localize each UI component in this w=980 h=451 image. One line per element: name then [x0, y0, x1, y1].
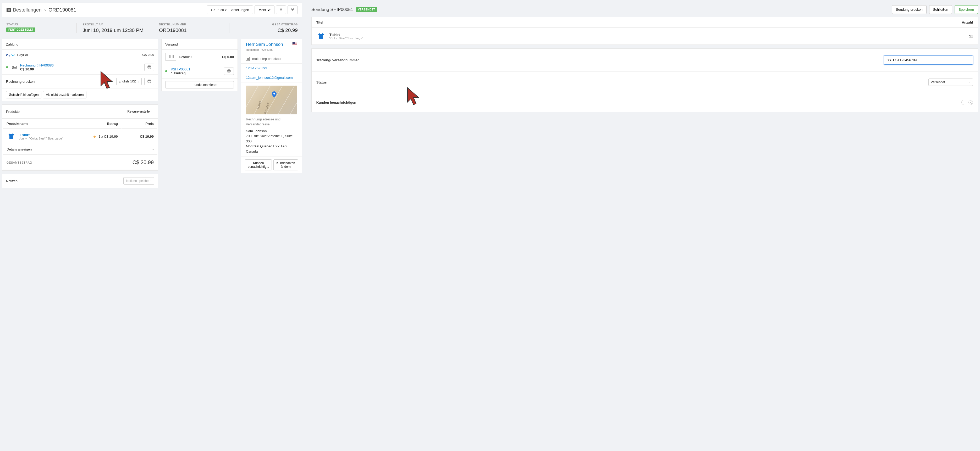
address-line1: 700 Rue Saint Antoine E, Suite 300: [246, 133, 297, 144]
print-shipment-button[interactable]: [224, 68, 234, 75]
edit-customer-button[interactable]: Kundendaten ändern: [274, 159, 298, 170]
product-row[interactable]: T-shirt Jonny · "Color: Blue","Size: Lar…: [3, 129, 158, 144]
shipment-entries: 1 Eintrag: [171, 71, 221, 75]
mark-shipped-label: endet markieren: [194, 83, 217, 87]
checkout-type: multi-step checkout: [252, 57, 282, 61]
tshirt-icon: [317, 32, 326, 41]
notes-card: Notizen Notizen speichern: [2, 174, 158, 188]
notes-title: Notizen: [6, 179, 18, 183]
paypal-icon: PayPal: [6, 53, 14, 57]
shipping-title: Versand: [165, 43, 178, 46]
details-label: Details anzeigen: [6, 148, 32, 151]
page-header: ▤ Bestellungen › ORD190081 ‹ Zurück zu B…: [2, 3, 302, 17]
customer-registered: Registriert · #254255: [246, 48, 283, 51]
svg-rect-1: [148, 66, 150, 67]
address-name: Sam Johnson: [246, 129, 297, 134]
products-title: Produkte: [6, 110, 20, 114]
shipping-profile: Default9: [179, 55, 191, 59]
created-value: Juni 10, 2019 um 12:30 PM: [83, 27, 145, 33]
customer-email[interactable]: 12sam_johnson12@gmail.com: [246, 76, 293, 79]
breadcrumb-current: ORD190081: [48, 7, 76, 13]
chevron-left-icon: ‹: [211, 8, 212, 12]
payment-card: Zahlung PayPal PayPal C$ 0.00 Soll Rechn…: [2, 39, 158, 101]
shipment-fields-card: Tracking/ Versandnummer Status Versendet…: [312, 48, 978, 112]
svg-rect-4: [148, 80, 150, 81]
mark-shipped-button[interactable]: Als versendet markieren: [165, 81, 234, 89]
svg-point-9: [274, 93, 275, 94]
shipment-panel-header: Sendung SHIP00051 VERSENDET Sendung druc…: [312, 0, 978, 17]
products-total-label: GESAMTBETRAG: [3, 155, 82, 170]
tracking-input[interactable]: [884, 56, 973, 65]
next-order-button[interactable]: [288, 5, 298, 14]
customer-phone[interactable]: 123-123-0393: [246, 66, 267, 70]
save-notes-button[interactable]: Notizen speichern: [123, 177, 154, 184]
ship-col-title: Titel: [317, 21, 323, 24]
breadcrumb: Bestellungen › ORD190081: [13, 7, 76, 13]
orders-icon: ▤: [6, 8, 11, 12]
add-credit-button[interactable]: Gutschrift hinzufügen: [6, 91, 41, 98]
print-invoice-button[interactable]: [144, 64, 154, 71]
notify-customer-button[interactable]: Kunden benachrichtig...: [245, 159, 272, 170]
product-name[interactable]: T-shirt: [19, 133, 63, 137]
map-label-1: MARIE: [257, 100, 262, 110]
breadcrumb-root[interactable]: Bestellungen: [13, 7, 41, 13]
shipment-item-row: T-shirt "Color: Blue","Size: Large" 1x: [312, 28, 978, 44]
ship-status-label: Status: [317, 80, 379, 84]
shipment-item-name: T-shirt: [329, 33, 363, 37]
soll-label: Soll: [12, 65, 18, 69]
products-total-value: C$ 20.99: [122, 155, 158, 170]
svg-rect-7: [228, 70, 230, 70]
product-price: C$ 19.99: [122, 129, 158, 144]
status-dot-icon: [165, 70, 167, 72]
back-to-orders-button[interactable]: ‹ Zurück zu Bestellungen: [207, 5, 253, 14]
tshirt-icon: [6, 132, 16, 141]
chevron-down-icon: ▾: [153, 148, 154, 151]
locale-select[interactable]: English (US): [116, 78, 142, 85]
details-toggle[interactable]: Details anzeigen ▾: [3, 145, 158, 154]
created-label: ERSTELLT AM: [83, 23, 145, 26]
product-meta: Jonny · "Color: Blue","Size: Large": [19, 137, 63, 140]
status-select[interactable]: Versendet: [928, 79, 973, 86]
checkout-icon: ▤: [246, 57, 250, 61]
updown-icon: ▴▾: [268, 9, 270, 11]
mark-unpaid-button[interactable]: Als nicht bezahlt markieren: [43, 91, 86, 98]
address-label: Rechnungsadresse und Versandadresse: [246, 117, 297, 127]
shipment-items-card: Titel Anzahl T-shirt "Color: Blue","Size…: [312, 17, 978, 45]
notify-toggle[interactable]: ×: [961, 100, 973, 105]
invoice-link[interactable]: Rechnung #INV00086: [20, 64, 142, 67]
shipment-link[interactable]: #SHIP00051: [171, 67, 221, 71]
save-shipment-button[interactable]: Speichern: [955, 5, 978, 14]
map-pin-icon: [272, 91, 277, 98]
total-label: GESAMTBETRAG: [235, 23, 298, 26]
create-return-button[interactable]: Retoure erstellen: [125, 108, 154, 115]
ship-col-qty: Anzahl: [962, 21, 973, 24]
prev-order-button[interactable]: [276, 5, 286, 14]
total-value: C$ 20.99: [235, 27, 298, 33]
flag-us-icon: [292, 42, 297, 45]
status-badge: FERTIGGESTELLT: [6, 27, 35, 32]
payment-method-amount: C$ 0.00: [142, 53, 154, 57]
shipment-item-meta: "Color: Blue","Size: Large": [329, 37, 363, 40]
shipment-status-badge: VERSENDET: [356, 7, 377, 12]
shipment-item-qty: 1x: [969, 34, 973, 38]
col-amount: Betrag: [82, 119, 121, 129]
status-select-value: Versendet: [931, 80, 945, 84]
payment-title: Zahlung: [6, 43, 18, 46]
shipping-card: Versand Default9 C$ 0.00 #SHIP00051 1 Ei…: [161, 39, 238, 91]
print-shipment-button[interactable]: Sendung drucken: [892, 5, 927, 14]
print-button[interactable]: [144, 78, 154, 85]
customer-name[interactable]: Herr Sam Johnson: [246, 42, 283, 47]
shipping-box-icon: [165, 53, 176, 61]
col-price: Preis: [122, 119, 158, 129]
products-card: Produkte Retoure erstellen Produktname B…: [2, 105, 158, 171]
product-qty: 1 x C$ 19.99: [99, 135, 118, 138]
shipment-title: Sendung SHIP00051: [312, 7, 353, 12]
customer-map[interactable]: MARIE RIE OUEST: [246, 86, 297, 114]
close-shipment-button[interactable]: Schließen: [929, 5, 952, 14]
more-button[interactable]: Mehr ▴▾: [255, 5, 274, 14]
toggle-knob: ×: [969, 100, 972, 104]
address-country: Canada: [246, 149, 297, 154]
invoice-amount: C$ 20.99: [20, 67, 142, 71]
shipping-profile-amount: C$ 0.00: [222, 55, 234, 59]
order-summary: STATUS FERTIGGESTELLT ERSTELLT AM Juni 1…: [2, 17, 302, 39]
